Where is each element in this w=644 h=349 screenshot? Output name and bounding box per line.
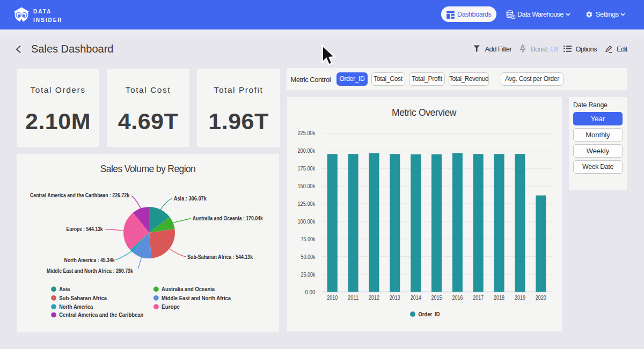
svg-text:2019: 2019	[515, 294, 525, 301]
svg-text:175.00k: 175.00k	[297, 165, 316, 172]
svg-text:2016: 2016	[452, 294, 463, 301]
svg-text:Australia and Oceania : 170.04: Australia and Oceania : 170.04k	[193, 215, 263, 221]
svg-text:Asia : 306.07k: Asia : 306.07k	[174, 195, 207, 202]
svg-text:Sub-Saharan Africa : 544.13k: Sub-Saharan Africa : 544.13k	[187, 254, 253, 260]
svg-text:50.00k: 50.00k	[301, 254, 316, 260]
svg-text:Middle East and North Africa :: Middle East and North Africa : 260.73k	[47, 268, 133, 274]
svg-text:25.00k: 25.00k	[301, 271, 316, 278]
svg-text:Asia: Asia	[59, 286, 70, 292]
svg-text:225.00k: 225.00k	[297, 130, 316, 136]
svg-text:Middle East and North Africa: Middle East and North Africa	[162, 295, 231, 301]
svg-text:2020: 2020	[536, 294, 546, 301]
svg-text:Europe : 544.13k: Europe : 544.13k	[67, 226, 103, 232]
svg-text:Central America and the Caribb: Central America and the Caribbean : 226.…	[30, 192, 129, 198]
svg-text:2013: 2013	[390, 294, 400, 301]
svg-text:100.00k: 100.00k	[297, 218, 316, 225]
svg-text:North America : 45.34k: North America : 45.34k	[64, 257, 115, 263]
svg-text:0.00: 0.00	[305, 289, 315, 295]
svg-text:Metric Overview: Metric Overview	[392, 107, 457, 118]
svg-text:Sales Volume by Region: Sales Volume by Region	[100, 164, 195, 174]
svg-text:Europe: Europe	[162, 303, 180, 310]
svg-text:Order_ID: Order_ID	[419, 311, 440, 317]
svg-text:2012: 2012	[369, 294, 379, 301]
svg-text:2010: 2010	[327, 294, 338, 301]
svg-text:2011: 2011	[348, 294, 358, 301]
svg-text:Central America and the Caribb: Central America and the Caribbean	[59, 311, 143, 318]
svg-text:150.00k: 150.00k	[297, 183, 316, 189]
svg-text:200.00k: 200.00k	[297, 147, 316, 154]
svg-text:75.00k: 75.00k	[301, 236, 316, 242]
svg-text:125.00k: 125.00k	[297, 201, 316, 207]
svg-text:2018: 2018	[494, 294, 504, 301]
svg-text:2017: 2017	[473, 294, 484, 301]
svg-text:Australia and Oceania: Australia and Oceania	[162, 286, 215, 292]
svg-text:Sub-Saharan Africa: Sub-Saharan Africa	[59, 295, 107, 301]
svg-text:2015: 2015	[431, 294, 442, 301]
svg-text:North America: North America	[59, 303, 93, 310]
svg-text:2014: 2014	[411, 294, 421, 301]
